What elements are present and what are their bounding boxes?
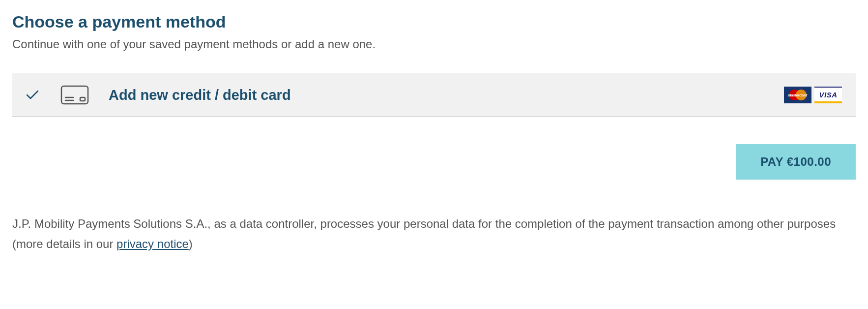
check-icon: [26, 90, 46, 100]
legal-notice: J.P. Mobility Payments Solutions S.A., a…: [12, 214, 856, 254]
credit-card-icon: [60, 85, 89, 105]
legal-text-after: ): [189, 237, 193, 250]
pay-button[interactable]: PAY €100.00: [736, 144, 856, 180]
payment-option-label: Add new credit / debit card: [109, 87, 784, 103]
payment-option-add-card[interactable]: Add new credit / debit card MasterCard V…: [12, 73, 856, 117]
card-brand-logos: MasterCard VISA: [784, 87, 842, 103]
page-title: Choose a payment method: [12, 12, 856, 31]
svg-rect-3: [80, 97, 85, 101]
mastercard-logo-icon: MasterCard: [784, 87, 811, 103]
visa-logo-icon: VISA: [814, 87, 842, 103]
privacy-notice-link[interactable]: privacy notice: [116, 237, 189, 250]
page-subtitle: Continue with one of your saved payment …: [12, 37, 856, 51]
